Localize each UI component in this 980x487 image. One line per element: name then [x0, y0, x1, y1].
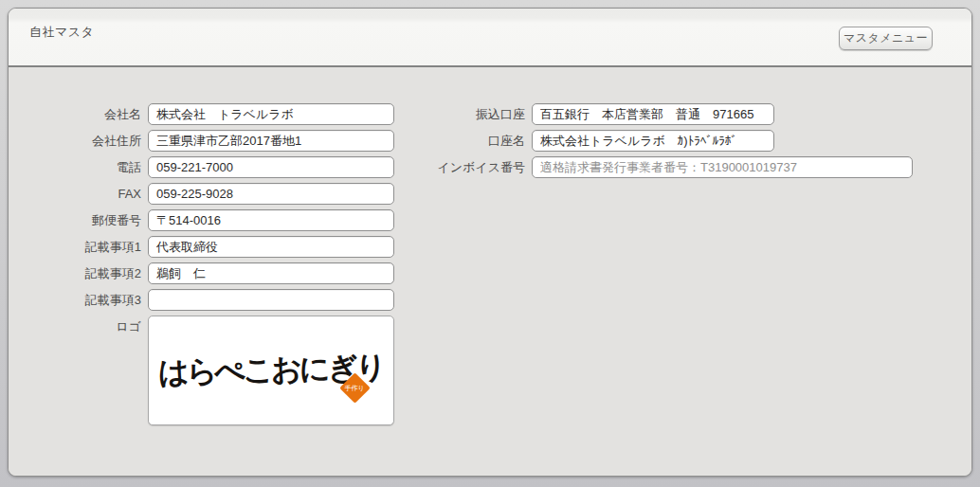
master-menu-button[interactable]: マスタメニュー [839, 27, 933, 50]
field-row-notes-1: 記載事項1 [18, 236, 394, 258]
logo-stamp-text: 手作り [345, 383, 365, 392]
phone-input[interactable] [148, 156, 394, 178]
logo-label: ロゴ [18, 318, 141, 335]
field-row-phone: 電話 [18, 156, 394, 178]
field-row-notes-3: 記載事項3 [18, 289, 394, 311]
window-header: 自社マスタ マスタメニュー [9, 9, 971, 67]
notes-1-label: 記載事項1 [18, 239, 141, 256]
field-row-account-name: 口座名 [402, 130, 913, 152]
field-row-fax: FAX [18, 183, 394, 205]
page-title: 自社マスタ [29, 24, 94, 41]
bank-account-input[interactable] [532, 103, 774, 125]
field-row-bank-account: 振込口座 [402, 103, 913, 125]
bank-account-label: 振込口座 [402, 106, 525, 123]
account-name-input[interactable] [532, 130, 774, 152]
field-row-notes-2: 記載事項2 [18, 262, 394, 284]
app-window: 自社マスタ マスタメニュー 会社名 会社住所 電話 FAX 郵便番号 [8, 8, 972, 477]
form-area: 会社名 会社住所 電話 FAX 郵便番号 記載事項1 [9, 67, 971, 477]
postal-code-input[interactable] [148, 209, 394, 231]
company-name-input[interactable] [148, 103, 394, 125]
field-row-postal-code: 郵便番号 [18, 209, 394, 231]
notes-2-label: 記載事項2 [18, 265, 141, 282]
field-row-logo: ロゴ はらぺこおにぎり 手作り [18, 316, 394, 425]
invoice-number-input[interactable] [532, 156, 913, 178]
account-name-label: 口座名 [402, 133, 525, 150]
field-row-invoice-number: インボイス番号 [402, 156, 913, 178]
invoice-number-label: インボイス番号 [402, 159, 525, 176]
left-form-column: 会社名 会社住所 電話 FAX 郵便番号 記載事項1 [18, 103, 394, 430]
logo-image-field[interactable]: はらぺこおにぎり 手作り [148, 316, 394, 425]
company-address-input[interactable] [148, 130, 394, 152]
field-row-company-address: 会社住所 [18, 130, 394, 152]
notes-3-input[interactable] [148, 289, 394, 311]
company-address-label: 会社住所 [18, 133, 141, 150]
right-form-column: 振込口座 口座名 インボイス番号 [402, 103, 913, 183]
postal-code-label: 郵便番号 [18, 212, 141, 229]
fax-input[interactable] [148, 183, 394, 205]
phone-label: 電話 [18, 159, 141, 176]
notes-1-input[interactable] [148, 236, 394, 258]
field-row-company-name: 会社名 [18, 103, 394, 125]
company-name-label: 会社名 [18, 106, 141, 123]
notes-3-label: 記載事項3 [18, 292, 141, 309]
notes-2-input[interactable] [148, 262, 394, 284]
fax-label: FAX [18, 187, 141, 201]
